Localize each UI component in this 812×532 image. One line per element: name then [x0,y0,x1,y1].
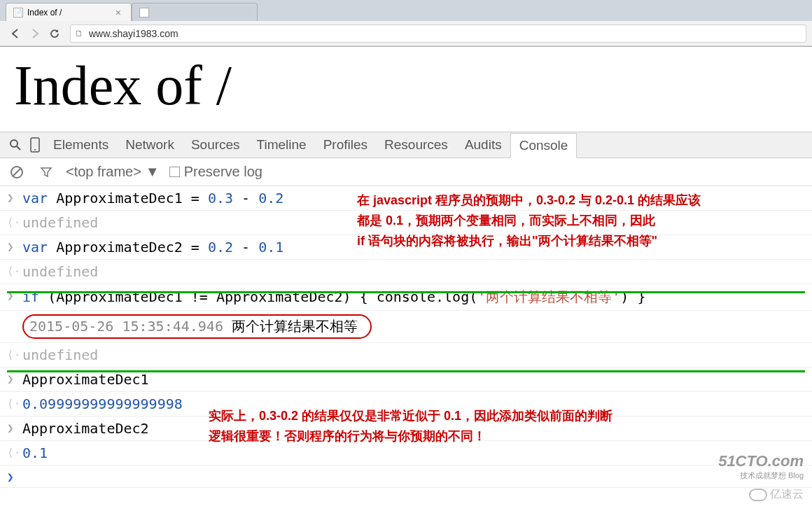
reload-button[interactable] [46,25,63,42]
tab-console[interactable]: Console [510,133,578,158]
url-text: www.shayi1983.com [89,28,178,39]
frame-selector-label: <top frame> [66,164,141,180]
browser-tab-active[interactable]: 📄 Index of / × [6,3,132,21]
device-icon[interactable] [25,135,45,155]
console-row: ⟨·undefined [0,260,812,284]
tab-resources[interactable]: Resources [376,133,456,157]
tab-title: Index of / [27,8,62,18]
console-row: ⟨·undefined [0,343,812,368]
svg-line-1 [17,146,20,150]
input-chevron-icon: ❯ [7,372,22,386]
browser-toolbar: 🗋 www.shayi1983.com [0,21,812,46]
highlighted-log: 2015-05-26 15:35:44.946 两个计算结果不相等 [22,314,372,339]
code-line: 0.09999999999999998 [22,396,183,412]
code-line: ApproximateDec2 [22,420,149,437]
page-title: Index of / [14,54,798,118]
output-chevron-icon: ⟨· [7,216,22,229]
tab-audits[interactable]: Audits [456,133,510,157]
devtools-panel: Elements Network Sources Timeline Profil… [0,132,812,488]
code-line: ApproximateDec1 [22,371,149,388]
input-chevron-icon: ❯ [7,421,22,435]
console-row: ❯ [0,465,812,488]
browser-tab-inactive[interactable] [132,3,258,21]
output-chevron-icon: ⟨· [7,348,22,361]
code-line: var ApproximateDec2 = 0.2 - 0.1 [22,239,284,255]
code-line: undefined [22,263,98,280]
page-body: Index of / [0,47,812,132]
preserve-log-toggle[interactable]: Preserve log [169,164,262,180]
svg-line-5 [13,168,21,176]
highlight-line [7,370,805,372]
close-icon[interactable]: × [113,7,124,18]
tab-timeline[interactable]: Timeline [248,133,315,157]
code-line: undefined [22,346,98,363]
prompt-chevron-icon: ❯ [7,470,22,484]
page-icon: 🗋 [75,29,86,38]
tab-network[interactable]: Network [117,133,183,157]
highlight-line [7,291,805,293]
code-line: 0.1 [22,444,48,461]
svg-point-3 [34,149,36,150]
code-line: var ApproximateDec1 = 0.3 - 0.2 [22,190,284,206]
watermark-51cto: 51CTO.com 技术成就梦想 Blog [718,452,804,481]
preserve-log-label: Preserve log [184,164,262,180]
chevron-down-icon: ▼ [146,164,160,180]
forward-button[interactable] [27,25,43,42]
tab-profiles[interactable]: Profiles [315,133,376,157]
search-icon[interactable] [6,135,25,155]
tab-bar: 📄 Index of / × [0,0,812,21]
code-line: 2015-05-26 15:35:44.946 两个计算结果不相等 [29,318,358,335]
file-icon: 📄 [13,8,23,18]
svg-point-0 [10,140,18,147]
tab-sources[interactable]: Sources [183,133,248,157]
console-row: ❯if (ApproximateDec1 != ApproximateDec2)… [0,284,812,311]
devtools-tabs: Elements Network Sources Timeline Profil… [0,132,812,158]
checkbox-icon [169,167,180,177]
url-bar[interactable]: 🗋 www.shayi1983.com [70,24,806,43]
frame-selector[interactable]: <top frame> ▼ [66,164,160,180]
file-icon [139,8,149,18]
code-line: undefined [22,214,98,231]
clear-console-icon[interactable] [7,162,27,182]
output-chevron-icon: ⟨· [7,446,22,459]
cloud-icon [749,489,767,501]
input-chevron-icon: ❯ [7,240,22,253]
browser-chrome: 📄 Index of / × 🗋 www.shayi1983.com [0,0,812,47]
filter-icon[interactable] [36,162,56,182]
tab-elements[interactable]: Elements [45,133,117,157]
console-row: 2015-05-26 15:35:44.946 两个计算结果不相等 [0,311,812,343]
output-chevron-icon: ⟨· [7,265,22,278]
back-button[interactable] [7,25,24,42]
watermark-yisuyun: 亿速云 [749,487,804,502]
annotation-2: 实际上，0.3-0.2 的结果仅仅是非常近似于 0.1，因此添加类似前面的判断 … [209,406,612,447]
annotation-1: 在 javascript 程序员的预期中，0.3-0.2 与 0.2-0.1 的… [357,190,701,251]
console-toolbar: <top frame> ▼ Preserve log [0,158,812,186]
output-chevron-icon: ⟨· [7,397,22,410]
input-chevron-icon: ❯ [7,191,22,204]
